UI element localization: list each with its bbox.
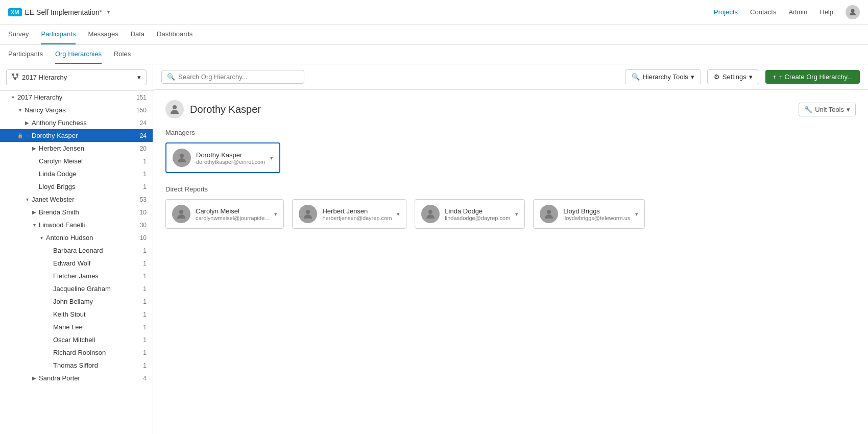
direct-report-card-3[interactable]: Lloyd Briggs lloydwbriggs@teleworm.us ▾ [533,199,645,229]
direct-report-card-0[interactable]: Carolyn Meisel carolynwmeisel@jourrapide… [165,199,284,229]
dr-chevron-icon-3[interactable]: ▾ [635,211,638,218]
tree-item-count: 53 [140,196,153,203]
xm-badge: XM [8,8,22,16]
subtab-org-hierarchies[interactable]: Org Hierarchies [55,45,102,64]
tree-item-nancyvargas[interactable]: ▾Nancy Vargas150 [0,104,153,116]
tree-item-johnbellamy[interactable]: John Bellamy1 [0,295,153,308]
dr-avatar-2 [421,205,440,223]
settings-label: Settings [722,73,746,81]
managers-section-title: Managers [165,129,856,136]
dr-chevron-icon-1[interactable]: ▾ [397,211,400,218]
hierarchy-dropdown[interactable]: 2017 Hierarchy ▾ [6,69,147,85]
tab-survey[interactable]: Survey [8,25,29,44]
dr-chevron-icon-0[interactable]: ▾ [274,211,277,218]
app-title-chevron-icon[interactable]: ▾ [107,9,110,15]
tree-item-herbertjensen[interactable]: ▶Herbert Jensen20 [0,142,153,155]
tree-item-label: Dorothy Kasper [31,132,140,139]
settings-button[interactable]: ⚙ Settings ▾ [707,69,759,84]
tree-toggle-icon: ▾ [23,197,31,202]
nav-contacts[interactable]: Contacts [750,8,776,16]
tab-dashboards[interactable]: Dashboards [157,25,192,44]
sidebar-tree: ▾2017 Hierarchy151▾Nancy Vargas150▶Antho… [0,91,153,434]
unit-tools-label: Unit Tools [815,106,844,113]
tree-item-jacquelinegraham[interactable]: Jacqueline Graham1 [0,282,153,295]
main-tabs: Survey Participants Messages Data Dashbo… [0,25,868,45]
svg-point-12 [547,210,551,214]
tree-item-lindadodge[interactable]: Linda Dodge1 [0,167,153,180]
tab-participants[interactable]: Participants [41,25,76,44]
tree-item-dorothykasper[interactable]: 🔒▾Dorothy Kasper24 [0,129,153,142]
svg-point-10 [306,210,310,214]
tree-item-count: 20 [140,145,153,152]
tree-item-label: Edward Wolf [52,259,143,267]
tab-data[interactable]: Data [131,25,144,44]
dr-chevron-icon-2[interactable]: ▾ [515,211,518,218]
tree-item-count: 1 [143,158,153,165]
direct-reports-cards: Carolyn Meisel carolynwmeisel@jourrapide… [165,199,856,229]
tree-item-marielee[interactable]: Marie Lee1 [0,321,153,333]
nav-projects[interactable]: Projects [714,8,738,16]
manager-card[interactable]: Dorothy Kasper dorothytkasper@einrot.com… [165,142,280,173]
tree-item-count: 4 [143,375,153,382]
tree-item-count: 1 [143,285,153,293]
tree-item-anthonyfunchess[interactable]: ▶Anthony Funchess24 [0,116,153,129]
tree-item-carolynmeisel[interactable]: Carolyn Meisel1 [0,155,153,167]
tree-item-label: Jacqueline Graham [52,285,143,293]
settings-chevron-icon: ▾ [749,73,753,81]
manager-name: Dorothy Kasper [196,151,265,159]
tree-toggle-icon: ▾ [23,133,31,138]
tree-item-keithstout[interactable]: Keith Stout1 [0,308,153,321]
direct-report-card-1[interactable]: Herbert Jensen herbertjensen@dayrep.com … [292,199,406,229]
create-plus-icon: + [773,73,777,81]
tree-item-count: 1 [143,183,153,190]
create-hierarchy-button[interactable]: + + Create Org Hierarchy... [765,70,860,84]
detail-panel: Dorothy Kasper 🔧 Unit Tools ▾ Managers [153,90,868,434]
tree-item-label: Carolyn Meisel [38,157,143,165]
tree-item-linwoodfanelli[interactable]: ▾Linwood Fanelli30 [0,219,153,231]
tree-item-label: Antonio Hudson [45,234,140,242]
hierarchy-tools-button[interactable]: 🔍 Hierarchy Tools ▾ [625,69,701,84]
settings-icon: ⚙ [714,73,720,81]
subtab-roles[interactable]: Roles [114,45,131,64]
tree-item-2017hierarchy[interactable]: ▾2017 Hierarchy151 [0,91,153,104]
tree-item-label: Sandra Porter [38,374,143,382]
tree-item-antoniohudson[interactable]: ▾Antonio Hudson10 [0,231,153,244]
tree-item-count: 30 [140,222,153,229]
tree-toggle-icon: ▶ [31,209,38,215]
tree-item-oscarmitchell[interactable]: Oscar Mitchell1 [0,333,153,346]
tree-item-label: Linda Dodge [38,170,143,178]
tree-item-thomassifford[interactable]: Thomas Sifford1 [0,359,153,372]
search-icon: 🔍 [167,73,175,81]
tree-item-janetwebster[interactable]: ▾Janet Webster53 [0,193,153,206]
dr-avatar-1 [299,205,317,223]
nav-help[interactable]: Help [819,8,833,16]
detail-person-icon [165,100,184,118]
managers-section: Managers Dorothy Kasper dorothytkasper@e… [165,129,856,173]
tree-item-label: Herbert Jensen [38,144,140,152]
unit-tools-button[interactable]: 🔧 Unit Tools ▾ [799,103,856,116]
tree-item-count: 10 [140,234,153,242]
tree-item-barbaraleonard[interactable]: Barbara Leonard1 [0,244,153,257]
nav-admin[interactable]: Admin [788,8,807,16]
tree-item-fletcherjames[interactable]: Fletcher James1 [0,270,153,282]
tree-item-label: Keith Stout [52,310,143,318]
search-input[interactable] [178,73,299,81]
tree-item-lloydbriggs[interactable]: Lloyd Briggs1 [0,180,153,193]
user-avatar[interactable] [846,5,860,19]
dr-info-2: Linda Dodge lindasdodge@dayrep.com [445,207,510,221]
tab-messages[interactable]: Messages [88,25,118,44]
direct-reports-section: Direct Reports Carolyn Meisel carolynwme… [165,185,856,229]
top-nav: XM EE Self Implementation* ▾ Projects Co… [0,0,868,25]
subtab-participants[interactable]: Participants [8,45,43,64]
tree-item-brendasmith[interactable]: ▶Brenda Smith10 [0,206,153,219]
dr-name-3: Lloyd Briggs [563,207,630,215]
search-box[interactable]: 🔍 [161,70,304,84]
manager-card-chevron-icon[interactable]: ▾ [270,155,273,161]
tree-item-richardrobinson[interactable]: Richard Robinson1 [0,346,153,359]
tree-toggle-icon: ▶ [31,146,38,151]
tree-item-sandraporter[interactable]: ▶Sandra Porter4 [0,372,153,384]
direct-report-card-2[interactable]: Linda Dodge lindasdodge@dayrep.com ▾ [415,199,525,229]
tree-item-edwardwolf[interactable]: Edward Wolf1 [0,257,153,270]
tree-item-count: 1 [143,298,153,305]
tree-item-label: Barbara Leonard [52,247,143,254]
